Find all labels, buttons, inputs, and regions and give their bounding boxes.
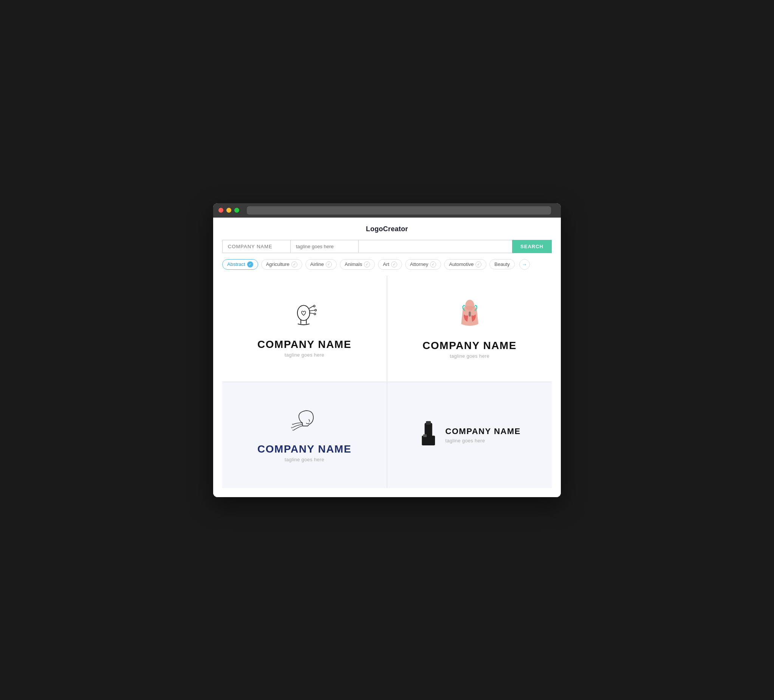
logo-2-company: COMPANY NAME <box>423 340 517 352</box>
titlebar <box>213 203 561 218</box>
logo-3-tagline: tagline goes here <box>284 457 324 462</box>
tagline-input[interactable] <box>290 240 358 253</box>
filter-agriculture-label: Agriculture <box>266 261 289 267</box>
svg-line-4 <box>309 310 314 311</box>
svg-point-6 <box>313 305 315 307</box>
search-button[interactable]: SEARCH <box>512 240 552 253</box>
filter-art-check <box>391 261 397 267</box>
logo-1-tagline: tagline goes here <box>284 352 324 358</box>
filter-bar: Abstract Agriculture Airline Animals Art… <box>222 259 552 270</box>
filter-art[interactable]: Art <box>378 259 402 270</box>
extra-input[interactable] <box>358 240 512 253</box>
logo-grid: COMPANY NAME tagline goes here <box>222 276 552 488</box>
browser-window: LogoCreator SEARCH Abstract Agriculture … <box>213 203 561 497</box>
svg-point-9 <box>465 300 474 310</box>
logo-card-1[interactable]: COMPANY NAME tagline goes here <box>222 276 387 381</box>
logo-card-4[interactable]: COMPANY NAME tagline goes here <box>387 382 552 488</box>
filter-animals-check <box>364 261 370 267</box>
svg-rect-10 <box>469 311 471 317</box>
app-title: LogoCreator <box>222 225 552 233</box>
filter-attorney-label: Attorney <box>410 261 428 267</box>
svg-point-11 <box>292 424 293 425</box>
svg-rect-17 <box>423 434 427 437</box>
filter-airline[interactable]: Airline <box>305 259 337 270</box>
filter-next-arrow[interactable]: → <box>519 259 530 270</box>
filter-art-label: Art <box>383 261 389 267</box>
filter-animals[interactable]: Animals <box>340 259 375 270</box>
filter-beauty[interactable]: Beauty <box>490 259 514 269</box>
filter-airline-check <box>326 261 332 267</box>
svg-point-8 <box>314 313 316 315</box>
maximize-button[interactable] <box>234 208 239 213</box>
filter-airline-label: Airline <box>310 261 324 267</box>
logo-card-3[interactable]: COMPANY NAME tagline goes here <box>222 382 387 488</box>
svg-line-3 <box>309 306 313 308</box>
address-bar[interactable] <box>247 206 551 215</box>
logo-4-tagline: tagline goes here <box>445 438 520 444</box>
filter-agriculture[interactable]: Agriculture <box>261 259 303 270</box>
logo-4-icon <box>418 421 439 449</box>
filter-agriculture-check <box>291 261 298 267</box>
logo-3-icon <box>286 408 322 438</box>
company-name-input[interactable] <box>222 240 290 253</box>
filter-abstract-label: Abstract <box>227 261 245 267</box>
svg-point-7 <box>314 309 316 311</box>
close-button[interactable] <box>218 208 223 213</box>
logo-4-company: COMPANY NAME <box>445 426 520 436</box>
filter-beauty-label: Beauty <box>495 261 509 267</box>
filter-attorney-check <box>430 261 436 267</box>
logo-2-icon <box>451 299 489 334</box>
filter-automotive-label: Automotive <box>449 261 473 267</box>
logo-4-inline: COMPANY NAME tagline goes here <box>418 421 520 449</box>
filter-animals-label: Animals <box>345 261 362 267</box>
app-content: LogoCreator SEARCH Abstract Agriculture … <box>213 218 561 497</box>
svg-point-13 <box>293 429 294 431</box>
svg-rect-16 <box>426 421 431 424</box>
logo-4-text: COMPANY NAME tagline goes here <box>445 426 520 444</box>
logo-2-tagline: tagline goes here <box>450 353 490 359</box>
search-bar: SEARCH <box>222 240 552 253</box>
minimize-button[interactable] <box>227 208 231 213</box>
svg-rect-15 <box>422 436 435 446</box>
filter-automotive[interactable]: Automotive <box>444 259 486 270</box>
filter-abstract[interactable]: Abstract <box>222 259 258 270</box>
logo-3-company: COMPANY NAME <box>257 443 351 455</box>
filter-automotive-check <box>475 261 481 267</box>
logo-1-company: COMPANY NAME <box>257 338 351 350</box>
logo-card-2[interactable]: COMPANY NAME tagline goes here <box>387 276 552 381</box>
logo-1-icon <box>286 299 324 333</box>
filter-abstract-check <box>247 261 253 267</box>
svg-point-12 <box>291 427 292 428</box>
svg-point-0 <box>297 305 309 320</box>
filter-attorney[interactable]: Attorney <box>405 259 441 270</box>
